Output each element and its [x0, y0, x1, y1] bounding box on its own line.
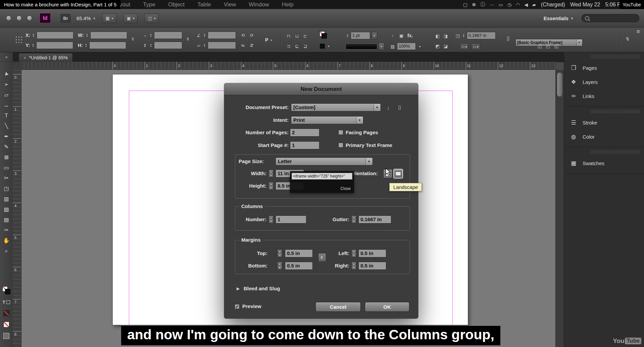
wrap-jump-icon[interactable]: ◪	[443, 44, 448, 49]
gutter-field[interactable]: 0.1667 in	[358, 215, 391, 224]
stroke-type-dropdown[interactable]: ▾	[379, 43, 384, 50]
menu-item[interactable]: Window	[249, 1, 269, 8]
panel-item-links[interactable]: ∞ Links	[564, 89, 644, 103]
align-top-icon[interactable]: ⊓	[286, 34, 291, 39]
scissors-tool[interactable]: ✂	[0, 173, 13, 183]
embed-close-button[interactable]: Close	[340, 186, 351, 191]
flip-horizontal-icon[interactable]: ⇋	[240, 43, 246, 48]
shear-stepper[interactable]: ▲▼	[203, 42, 206, 49]
battery-icon[interactable]: ▰	[532, 2, 536, 7]
document-preset-dropdown[interactable]: [Custom] ▾	[291, 103, 381, 111]
bleed-disclosure-icon[interactable]: ▶	[237, 286, 240, 291]
number-of-pages-field[interactable]: 2	[290, 129, 319, 137]
stroke-fill-proxy[interactable]	[319, 31, 327, 39]
corner-radius-stepper[interactable]: ▲▼	[462, 32, 465, 39]
panel-grip[interactable]	[591, 109, 641, 113]
rotate-cw-icon[interactable]: ⟳	[249, 33, 254, 38]
margin-right-field[interactable]: 0.5 in	[358, 262, 386, 270]
columns-number-field[interactable]: 1	[276, 215, 306, 224]
height-stepper[interactable]: ▲▼	[268, 182, 274, 190]
panel-item-pages[interactable]: ❐ Pages	[564, 61, 644, 75]
effects-button[interactable]: fx.	[407, 33, 413, 38]
orientation-landscape-button[interactable]	[394, 169, 403, 178]
corner-shape-dropdown[interactable]: ▭▾	[460, 43, 468, 50]
bleed-and-slug-label[interactable]: Bleed and Slug	[244, 285, 280, 293]
gutter-stepper[interactable]: ▲▼	[351, 215, 356, 224]
panel-item-swatches[interactable]: ▦ Swatches	[564, 156, 644, 170]
wrap-none-icon[interactable]: ◧	[435, 34, 440, 39]
margin-bottom-field[interactable]: 0.5 in	[285, 262, 313, 270]
rotation-stepper[interactable]: ▲▼	[203, 32, 206, 39]
scale-x-field[interactable]	[154, 32, 182, 39]
relink-icon[interactable]: ◫	[537, 44, 542, 49]
facing-pages-checkbox[interactable]	[338, 130, 343, 135]
constrain-wh-icon[interactable]: ∞	[131, 38, 136, 41]
grid-icon[interactable]: ⣿	[505, 36, 511, 41]
margin-bottom-stepper[interactable]: ▲▼	[277, 262, 282, 270]
height-field[interactable]	[89, 42, 126, 49]
screen-mode-button[interactable]: ▣ ▾	[123, 13, 138, 23]
quick-apply-icon[interactable]: ↯	[625, 36, 630, 42]
panel-item-color[interactable]: ◍ Color	[564, 130, 644, 144]
apply-color-icon[interactable]	[3, 321, 9, 328]
panel-grip[interactable]	[591, 150, 641, 154]
primary-text-frame-checkbox[interactable]	[338, 143, 343, 148]
rotation-field[interactable]	[208, 32, 236, 39]
more-icon[interactable]: ⋯	[490, 2, 494, 7]
embed-code-input[interactable]: <iframe width="725" height="	[292, 173, 352, 180]
wrap-object-icon[interactable]: ◩	[435, 44, 440, 49]
vertical-scrollbar[interactable]	[555, 70, 564, 347]
width-stepper[interactable]: ▲▼	[268, 169, 274, 178]
shear-field[interactable]	[208, 42, 236, 49]
panel-grip[interactable]	[591, 55, 641, 59]
free-transform-tool[interactable]: ◳	[0, 183, 13, 194]
stroke-color-swatch[interactable]	[319, 43, 325, 49]
zoom-level-dropdown[interactable]: 65.4% ▾	[77, 15, 95, 21]
panel-menu-icon[interactable]: ≣	[636, 29, 641, 34]
flip-vertical-icon[interactable]: ⇵	[249, 43, 254, 48]
scale-y-field[interactable]	[154, 42, 182, 49]
menu-bar-date[interactable]: Wed May 22	[570, 2, 600, 8]
line-tool[interactable]: ╲	[0, 121, 13, 131]
window-zoom-button[interactable]	[27, 15, 32, 21]
distribute-horizontal-icon[interactable]: ⊑	[294, 44, 300, 49]
wifi-icon[interactable]: ◠	[516, 2, 520, 7]
update-link-icon[interactable]: ◱	[554, 44, 559, 49]
y-field[interactable]	[36, 42, 73, 49]
document-tab[interactable]: × *Untitled-1 @ 65%	[18, 53, 73, 62]
width-field[interactable]	[90, 32, 127, 39]
bridge-button[interactable]: Br	[61, 14, 70, 22]
wrap-bounding-icon[interactable]: ◨	[443, 34, 448, 39]
stroke-type-preview[interactable]	[346, 44, 377, 49]
pen-tool[interactable]: ✒	[0, 131, 13, 142]
workspace-switcher[interactable]: Essentials ▾	[544, 15, 573, 21]
align-left-icon[interactable]: ⊏	[303, 34, 308, 39]
hand-tool[interactable]: ✋	[0, 235, 13, 246]
gradient-feather-tool[interactable]: ▨	[0, 204, 13, 214]
filled-frame-icon[interactable]: ▣	[399, 33, 404, 38]
view-mode-icon[interactable]	[3, 333, 9, 339]
menu-item[interactable]: Table	[197, 1, 211, 8]
y-stepper[interactable]: ▲▼	[31, 42, 35, 49]
scale-y-stepper[interactable]: ▲▼	[149, 42, 153, 49]
fill-stroke-proxy[interactable]	[2, 286, 10, 294]
width-stepper[interactable]: ▲▼	[85, 32, 89, 39]
view-options-button[interactable]: ▦ ▾	[102, 13, 116, 23]
panel-item-stroke[interactable]: ☰ Stroke	[564, 115, 644, 130]
margin-left-field[interactable]: 0.5 in	[358, 249, 386, 257]
eyedropper-tool[interactable]: ✑	[0, 225, 13, 235]
selection-tool[interactable]: ➤	[0, 69, 13, 79]
stroke-swatch[interactable]	[5, 289, 10, 294]
zoom-tool[interactable]: ⌕	[0, 246, 13, 256]
margin-left-stepper[interactable]: ▲▼	[351, 249, 356, 257]
cancel-button[interactable]: Cancel	[315, 302, 361, 312]
page-tool[interactable]: ▱	[0, 90, 13, 100]
corner-size-dropdown[interactable]: ▭▾	[471, 43, 480, 50]
window-icon[interactable]: ▢	[463, 2, 467, 7]
stroke-swatch[interactable]	[321, 33, 327, 39]
height-stepper[interactable]: ▲▼	[84, 42, 88, 49]
vertical-ruler[interactable]: 012345678	[13, 70, 21, 347]
formatting-affects-container-icon[interactable]	[6, 300, 10, 304]
reference-point-proxy[interactable]	[15, 36, 23, 44]
pencil-tool[interactable]: ✎	[0, 142, 13, 152]
